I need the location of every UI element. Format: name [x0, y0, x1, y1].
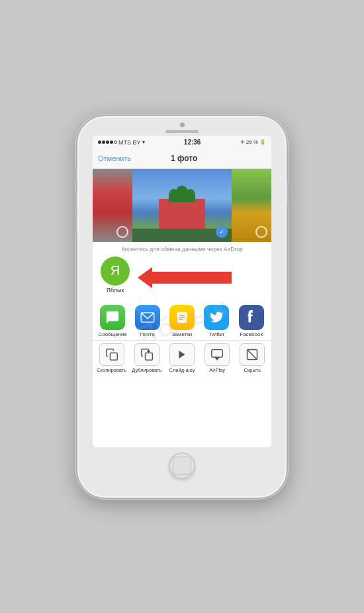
svg-marker-9: [179, 351, 185, 359]
copy-icon-wrap: [99, 343, 124, 366]
share-app-twitter[interactable]: Twitter: [201, 305, 232, 337]
selection-circle-right: [255, 226, 267, 238]
front-camera: [180, 123, 185, 127]
airdrop-hint: Коснитесь для обмена данными через AirDr…: [98, 246, 266, 252]
battery-icon: 🔋: [259, 139, 266, 145]
airdrop-section: Коснитесь для обмена данными через AirDr…: [93, 242, 271, 302]
facebook-icon: [239, 305, 264, 330]
notes-icon: [169, 305, 195, 330]
svg-rect-5: [110, 353, 117, 360]
selection-circle-left: [116, 226, 128, 238]
messages-label: Сообщение: [98, 331, 127, 337]
photo-thumb-center[interactable]: ✓: [132, 169, 232, 242]
signal-dot-2: [102, 140, 105, 144]
signal-dot-4: [110, 140, 113, 144]
photo-strip: ✓: [93, 169, 271, 242]
status-right: ✳ 26 % 🔋: [240, 139, 266, 145]
share-app-mail[interactable]: Почта: [131, 305, 163, 337]
share-app-facebook[interactable]: Facebook: [236, 305, 267, 337]
volume-up-button[interactable]: [75, 192, 77, 211]
earpiece: [165, 130, 199, 133]
selection-checkmark: ✓: [216, 226, 228, 238]
device-avatar: Я: [101, 256, 130, 286]
action-hide[interactable]: Скрыть: [235, 343, 270, 373]
action-airplay[interactable]: AirPlay: [200, 343, 235, 373]
twitter-icon: [204, 305, 229, 330]
airplay-label: AirPlay: [209, 367, 225, 373]
duplicate-icon-wrap: [134, 343, 159, 366]
action-row: Скопировать Дублировать Слайд-шоу AirPla…: [93, 341, 271, 376]
action-slideshow[interactable]: Слайд-шоу: [164, 343, 199, 373]
airplay-icon-wrap: [205, 343, 230, 366]
svg-rect-10: [212, 349, 222, 357]
battery-label: 26 %: [246, 139, 258, 145]
screen: MTS BY ▾ 12:36 ✳ 26 % 🔋 Отменить 1 фото: [93, 136, 271, 447]
slideshow-label: Слайд-шоу: [169, 367, 195, 373]
facebook-label: Facebook: [240, 331, 263, 337]
phone-frame: MTS BY ▾ 12:36 ✳ 26 % 🔋 Отменить 1 фото: [76, 115, 288, 499]
device-name-label: Яблык: [107, 287, 124, 294]
carrier-label: MTS BY: [118, 139, 141, 146]
duplicate-label: Дублировать: [132, 367, 161, 373]
hide-label: Скрыть: [244, 367, 261, 373]
phone-top: [77, 116, 287, 136]
action-duplicate[interactable]: Дублировать: [129, 343, 164, 373]
signal-dot-1: [98, 140, 101, 144]
arrow-body: [152, 272, 232, 284]
svg-line-13: [248, 349, 257, 359]
church-body: [159, 199, 205, 232]
signal-dots: [98, 140, 117, 144]
red-arrow: [138, 267, 232, 288]
share-app-messages[interactable]: Сообщение: [97, 305, 128, 337]
twitter-label: Twitter: [209, 331, 225, 337]
airdrop-devices: Я Яблык: [98, 256, 266, 300]
home-button[interactable]: [169, 453, 195, 479]
copy-label: Скопировать: [97, 367, 126, 373]
wifi-icon: ▾: [142, 139, 145, 145]
airdrop-device-yablyk[interactable]: Я Яблык: [101, 256, 130, 300]
device-initial: Я: [111, 263, 120, 278]
svg-marker-11: [214, 357, 220, 361]
signal-dot-3: [106, 140, 109, 144]
mail-label: Почта: [140, 331, 155, 337]
photo-thumb-left[interactable]: [93, 169, 132, 242]
share-apps-row: Яблык Сообщение Почта Заметки: [93, 302, 271, 341]
share-app-notes[interactable]: Заметки: [166, 305, 198, 337]
svg-rect-6: [145, 353, 152, 360]
photo-thumb-right[interactable]: [232, 169, 271, 242]
cancel-button[interactable]: Отменить: [98, 154, 131, 162]
page-title: 1 фото: [171, 154, 197, 163]
status-left: MTS BY ▾: [98, 139, 145, 146]
mail-icon: [135, 305, 160, 330]
arrow-head: [138, 267, 152, 288]
notes-label: Заметки: [172, 331, 193, 337]
mute-button[interactable]: [75, 169, 77, 181]
volume-down-button[interactable]: [75, 215, 77, 234]
church-dome-3: [185, 189, 195, 202]
power-button[interactable]: [287, 182, 289, 205]
signal-dot-5: [114, 140, 117, 144]
hide-icon-wrap: [240, 343, 265, 366]
action-copy[interactable]: Скопировать: [94, 343, 129, 373]
messages-icon: [100, 305, 125, 330]
nav-bar: Отменить 1 фото: [93, 149, 271, 169]
status-bar: MTS BY ▾ 12:36 ✳ 26 % 🔋: [93, 136, 271, 149]
slideshow-icon-wrap: [169, 343, 195, 366]
status-time: 12:36: [184, 139, 201, 146]
home-button-inner: [173, 457, 191, 475]
bluetooth-icon: ✳: [240, 139, 245, 145]
